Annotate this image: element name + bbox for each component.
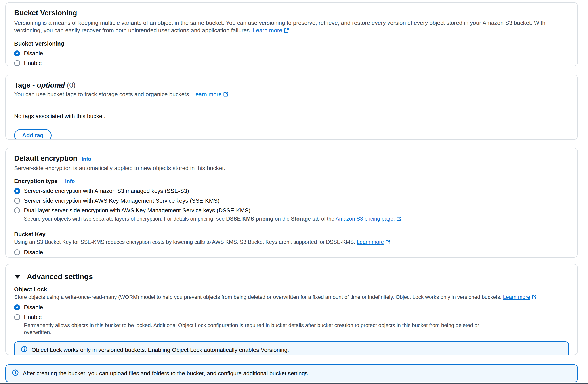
caret-down-icon <box>14 274 21 279</box>
learn-more-link[interactable]: Learn more <box>503 294 537 300</box>
object-lock-enable-option[interactable]: Enable <box>14 314 569 320</box>
title-text: Default encryption <box>14 154 77 162</box>
note-bold: DSSE-KMS pricing <box>226 216 273 222</box>
versioning-disable-option[interactable]: Disable <box>14 50 569 57</box>
external-link-icon <box>284 27 289 35</box>
encryption-dsse-kms-option[interactable]: Dual-layer server-side encryption with A… <box>14 207 569 214</box>
info-link[interactable]: Info <box>82 156 91 162</box>
label-divider <box>61 178 62 185</box>
radio-selected-icon <box>14 188 20 194</box>
learn-more-label: Learn more <box>253 27 282 34</box>
learn-more-label: Learn more <box>357 239 384 245</box>
versioning-enable-option[interactable]: Enable <box>14 60 569 66</box>
add-tag-button[interactable]: Add tag <box>14 129 51 140</box>
advanced-settings-card: Advanced settings Object Lock Store obje… <box>5 264 578 355</box>
bucket-versioning-description: Versioning is a means of keeping multipl… <box>14 19 569 35</box>
encryption-sse-kms-option[interactable]: Server-side encryption with AWS Key Mana… <box>14 197 569 204</box>
alert-text: Object Lock works only in versioned buck… <box>32 346 289 354</box>
learn-more-link[interactable]: Learn more <box>357 239 390 245</box>
description-text: Store objects using a write-once-read-ma… <box>14 294 502 300</box>
page-bottom-divider <box>0 383 588 384</box>
encryption-sse-s3-option[interactable]: Server-side encryption with Amazon S3 ma… <box>14 188 569 194</box>
bucket-key-description: Using an S3 Bucket Key for SSE-KMS reduc… <box>14 238 569 246</box>
description-text: Using an S3 Bucket Key for SSE-KMS reduc… <box>14 239 355 245</box>
object-lock-disable-option[interactable]: Disable <box>14 304 569 311</box>
tags-card: Tags - optional (0) You can use bucket t… <box>5 74 578 140</box>
note-bold: Storage <box>291 216 311 222</box>
learn-more-label: Learn more <box>503 294 530 300</box>
info-link[interactable]: Info <box>65 178 75 184</box>
tags-count: (0) <box>67 81 76 89</box>
radio-selected-icon <box>14 304 20 310</box>
note-text: on the <box>275 216 290 222</box>
bucket-versioning-card: Bucket Versioning Versioning is a means … <box>5 2 578 66</box>
footer-info-alert: After creating the bucket, you can uploa… <box>5 364 578 383</box>
learn-more-label: Learn more <box>192 91 222 98</box>
bucket-key-disable-option[interactable]: Disable <box>14 249 569 256</box>
default-encryption-card: Default encryption Info Server-side encr… <box>5 148 578 258</box>
radio-unselected-icon <box>14 249 20 255</box>
tags-title-main: Tags - <box>14 81 35 89</box>
radio-label: Enable <box>24 314 42 320</box>
radio-label: Disable <box>24 50 43 57</box>
object-lock-description: Store objects using a write-once-read-ma… <box>14 294 569 301</box>
learn-more-link[interactable]: Learn more <box>192 91 229 98</box>
tags-title-optional: optional <box>37 81 65 89</box>
alert-text: After creating the bucket, you can uploa… <box>23 370 309 377</box>
tags-description: You can use bucket tags to track storage… <box>14 90 569 99</box>
external-link-icon <box>385 239 390 246</box>
info-icon <box>21 346 27 354</box>
default-encryption-title: Default encryption Info <box>14 154 569 163</box>
external-link-icon <box>223 91 229 99</box>
learn-more-link[interactable]: Learn more <box>253 27 289 34</box>
radio-label: Disable <box>24 249 43 256</box>
external-link-icon <box>532 294 537 301</box>
external-link-icon <box>396 216 401 223</box>
radio-unselected-icon <box>14 60 20 66</box>
advanced-settings-header[interactable]: Advanced settings <box>14 272 569 281</box>
radio-unselected-icon <box>14 198 20 204</box>
note-text: tab of the <box>312 216 335 222</box>
bucket-versioning-field-label: Bucket Versioning <box>14 40 569 47</box>
info-icon <box>12 369 19 377</box>
radio-label: Disable <box>24 304 43 311</box>
s3-pricing-page-link[interactable]: Amazon S3 pricing page. <box>336 216 401 222</box>
radio-label: Dual-layer server-side encryption with A… <box>24 207 251 214</box>
radio-unselected-icon <box>14 314 20 320</box>
default-encryption-description: Server-side encryption is automatically … <box>14 164 569 172</box>
link-label: Amazon S3 pricing page. <box>336 216 395 222</box>
dsse-kms-note: Secure your objects with two separate la… <box>24 215 484 223</box>
radio-unselected-icon <box>14 207 20 213</box>
object-lock-label: Object Lock <box>14 286 569 293</box>
radio-label: Enable <box>24 60 42 66</box>
tags-title: Tags - optional (0) <box>14 81 569 90</box>
note-text: Secure your objects with two separate la… <box>24 216 225 222</box>
radio-selected-icon <box>14 50 20 56</box>
bucket-key-label: Bucket Key <box>14 231 569 238</box>
object-lock-enable-note: Permanently allows objects in this bucke… <box>24 322 484 336</box>
encryption-type-label: Encryption type <box>14 178 58 184</box>
description-text: You can use bucket tags to track storage… <box>14 91 190 98</box>
object-lock-info-alert: Object Lock works only in versioned buck… <box>14 341 569 355</box>
advanced-settings-title: Advanced settings <box>27 272 93 281</box>
tags-empty-text: No tags associated with this bucket. <box>14 113 569 120</box>
radio-label: Server-side encryption with Amazon S3 ma… <box>24 188 189 194</box>
radio-label: Server-side encryption with AWS Key Mana… <box>24 197 219 204</box>
encryption-type-row: Encryption typeInfo <box>14 178 569 185</box>
bucket-versioning-title: Bucket Versioning <box>14 8 569 17</box>
